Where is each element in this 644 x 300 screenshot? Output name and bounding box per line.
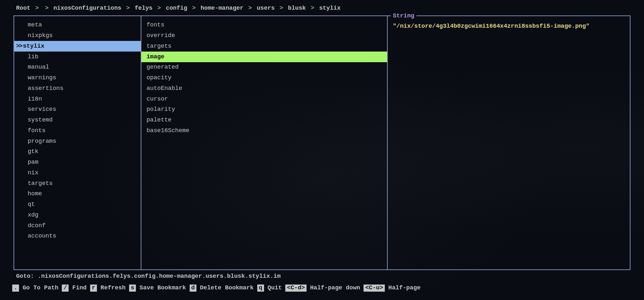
breadcrumb-segment[interactable]: home-manager — [201, 5, 243, 12]
list-item[interactable]: xdg — [14, 210, 141, 220]
list-item[interactable]: polarity — [141, 104, 387, 115]
breadcrumb-segment[interactable]: blusk — [288, 5, 306, 12]
help-bar: . Go To Path / Find r Refresh s Save Boo… — [0, 282, 644, 294]
list-item[interactable]: assertions — [14, 83, 141, 94]
goto-path: .nixosConfigurations.felys.config.home-m… — [38, 273, 281, 280]
help-key: <C-d> — [285, 285, 307, 292]
list-item[interactable]: dconf — [14, 220, 141, 231]
help-key: q — [257, 285, 264, 292]
help-label: Go To Path — [19, 285, 62, 291]
breadcrumb-separator: > — [276, 5, 287, 12]
breadcrumb-segment[interactable]: Root — [16, 5, 30, 12]
list-item[interactable]: meta — [14, 20, 141, 31]
help-key: r — [90, 285, 97, 292]
help-key: s — [129, 285, 136, 292]
list-item[interactable]: manual — [14, 62, 141, 73]
help-label: Half-page — [385, 285, 421, 291]
help-label: Delete Bookmark — [196, 285, 257, 291]
parent-column: metanixpkgsstylixlibmanualwarningsassert… — [14, 16, 141, 269]
list-item[interactable]: generated — [141, 62, 387, 73]
list-item[interactable]: stylix — [14, 41, 141, 52]
list-item[interactable]: programs — [14, 136, 141, 147]
list-item[interactable]: autoEnable — [141, 83, 387, 94]
help-key: d — [190, 285, 196, 292]
breadcrumb-segment[interactable]: felys — [135, 5, 153, 12]
breadcrumb-segment[interactable]: config — [166, 5, 187, 12]
list-item[interactable]: gtk — [14, 147, 141, 157]
list-item[interactable]: opacity — [141, 73, 387, 83]
current-column: fontsoverridetargetsimagegeneratedopacit… — [141, 16, 388, 269]
list-item[interactable]: targets — [14, 178, 141, 189]
list-item[interactable]: fonts — [141, 20, 387, 31]
breadcrumb-segment[interactable]: nixosConfigurations — [53, 5, 121, 12]
breadcrumb-separator: > — [154, 5, 165, 12]
list-item[interactable]: warnings — [14, 73, 141, 83]
breadcrumb-separator: > — [189, 5, 199, 12]
list-item[interactable]: lib — [14, 52, 141, 62]
list-item[interactable]: fonts — [14, 125, 141, 136]
breadcrumb-separator: > — [307, 5, 318, 12]
breadcrumb-separator: > — [32, 5, 42, 12]
list-item[interactable]: cursor — [141, 94, 387, 104]
list-item[interactable]: base16Scheme — [141, 125, 387, 136]
help-label: Save Bookmark — [136, 285, 190, 291]
list-item[interactable]: services — [14, 104, 141, 115]
list-item[interactable]: i18n — [14, 94, 141, 104]
list-item[interactable]: override — [141, 31, 387, 41]
list-item[interactable]: nix — [14, 168, 141, 178]
list-item[interactable]: systemd — [14, 115, 141, 126]
value-type-label: String — [391, 12, 416, 21]
list-item[interactable]: palette — [141, 115, 387, 126]
goto-path-line: Goto: .nixosConfigurations.felys.config.… — [0, 270, 644, 282]
value-content: "/nix/store/4g3l4b0zgcwimi1664x4zrni8ssb… — [388, 16, 630, 34]
preview-column: String "/nix/store/4g3l4b0zgcwimi1664x4z… — [388, 16, 630, 269]
list-item[interactable]: qt — [14, 199, 141, 210]
breadcrumb-separator: > — [123, 5, 133, 12]
help-label: Half-page down — [307, 285, 364, 291]
list-item[interactable]: nixpkgs — [14, 31, 141, 41]
list-item[interactable]: home — [14, 189, 141, 199]
breadcrumb-segment[interactable]: users — [257, 5, 275, 12]
list-item[interactable]: pam — [14, 157, 141, 168]
goto-prefix: Goto: — [16, 273, 38, 280]
main-panels: metanixpkgsstylixlibmanualwarningsassert… — [14, 15, 630, 270]
list-item[interactable]: image — [141, 52, 387, 62]
breadcrumb: Root > > nixosConfigurations > felys > c… — [0, 0, 644, 15]
breadcrumb-separator: > — [45, 5, 52, 12]
help-key: <C-u> — [364, 285, 385, 292]
help-key: / — [62, 285, 69, 292]
breadcrumb-segment[interactable]: stylix — [319, 5, 341, 12]
help-label: Quit — [264, 285, 286, 291]
breadcrumb-separator: > — [245, 5, 255, 12]
list-item[interactable]: accounts — [14, 231, 141, 242]
list-item[interactable]: targets — [141, 41, 387, 52]
help-label: Refresh — [97, 285, 129, 291]
help-key: . — [12, 285, 19, 292]
help-label: Find — [69, 285, 90, 291]
